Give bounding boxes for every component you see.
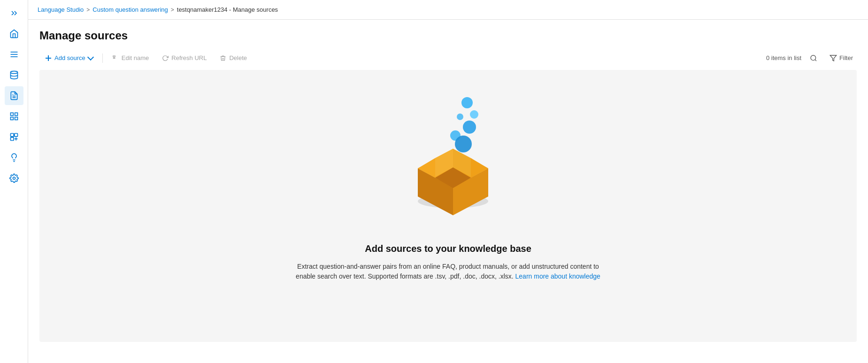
breadcrumb-current: testqnamaker1234 - Manage sources bbox=[177, 6, 278, 13]
svg-point-3 bbox=[10, 71, 17, 74]
refresh-url-label: Refresh URL bbox=[171, 54, 207, 61]
edit-name-label: Edit name bbox=[122, 54, 149, 61]
add-source-label: Add source bbox=[54, 54, 85, 61]
database-icon[interactable] bbox=[5, 66, 23, 84]
search-button[interactable] bbox=[806, 53, 821, 64]
items-count: 0 items in list bbox=[766, 54, 801, 61]
breadcrumb: Language Studio > Custom question answer… bbox=[28, 0, 868, 20]
building-icon[interactable] bbox=[5, 107, 23, 126]
svg-rect-19 bbox=[113, 55, 115, 56]
svg-point-27 bbox=[457, 113, 463, 120]
main-content: Language Studio > Custom question answer… bbox=[28, 0, 868, 363]
home-icon[interactable] bbox=[5, 24, 23, 43]
breadcrumb-sep-1: > bbox=[86, 7, 90, 13]
svg-rect-8 bbox=[15, 113, 17, 116]
menu-icon[interactable] bbox=[5, 45, 23, 64]
svg-rect-10 bbox=[10, 117, 13, 120]
sidebar bbox=[0, 0, 28, 363]
svg-point-22 bbox=[811, 55, 816, 60]
add-source-chevron bbox=[87, 53, 94, 60]
refresh-url-button[interactable]: Refresh URL bbox=[156, 52, 212, 64]
breadcrumb-language-studio[interactable]: Language Studio bbox=[38, 6, 84, 13]
empty-state-title: Add sources to your knowledge base bbox=[365, 243, 531, 254]
edit-name-button[interactable]: Edit name bbox=[107, 52, 155, 64]
svg-marker-24 bbox=[830, 55, 836, 61]
delete-label: Delete bbox=[229, 54, 247, 61]
svg-point-26 bbox=[470, 110, 478, 119]
toolbar-right: 0 items in list Filter bbox=[766, 53, 857, 64]
toolbar: Add source Edit name Refresh URL bbox=[39, 52, 857, 70]
svg-point-25 bbox=[461, 97, 473, 108]
lightbulb-icon[interactable] bbox=[5, 148, 23, 167]
empty-state-description: Extract question-and-answer pairs from a… bbox=[289, 262, 608, 281]
filter-button[interactable]: Filter bbox=[826, 53, 857, 64]
learn-more-link[interactable]: Learn more about knowledge bbox=[515, 272, 600, 280]
svg-rect-7 bbox=[10, 113, 13, 116]
svg-rect-13 bbox=[10, 137, 14, 141]
page-content: Manage sources Add source Edit name bbox=[28, 20, 868, 363]
empty-state: Add sources to your knowledge base Extra… bbox=[39, 70, 857, 342]
svg-line-23 bbox=[815, 60, 816, 61]
svg-point-28 bbox=[463, 121, 476, 134]
expand-icon[interactable] bbox=[5, 4, 23, 23]
svg-rect-9 bbox=[15, 117, 17, 120]
delete-button[interactable]: Delete bbox=[214, 52, 253, 64]
page-title: Manage sources bbox=[39, 29, 857, 42]
breadcrumb-sep-2: > bbox=[171, 7, 174, 13]
document-icon[interactable] bbox=[5, 86, 23, 105]
svg-point-16 bbox=[13, 177, 15, 180]
filter-label: Filter bbox=[839, 54, 853, 61]
breadcrumb-custom-qa[interactable]: Custom question answering bbox=[92, 6, 168, 13]
box-illustration bbox=[383, 89, 514, 229]
svg-rect-12 bbox=[14, 134, 17, 137]
add-source-button[interactable]: Add source bbox=[39, 52, 99, 64]
svg-point-30 bbox=[455, 136, 472, 152]
settings-icon[interactable] bbox=[5, 169, 23, 188]
toolbar-separator-1 bbox=[102, 53, 103, 63]
deploy-icon[interactable] bbox=[5, 128, 23, 146]
svg-rect-11 bbox=[10, 134, 14, 137]
